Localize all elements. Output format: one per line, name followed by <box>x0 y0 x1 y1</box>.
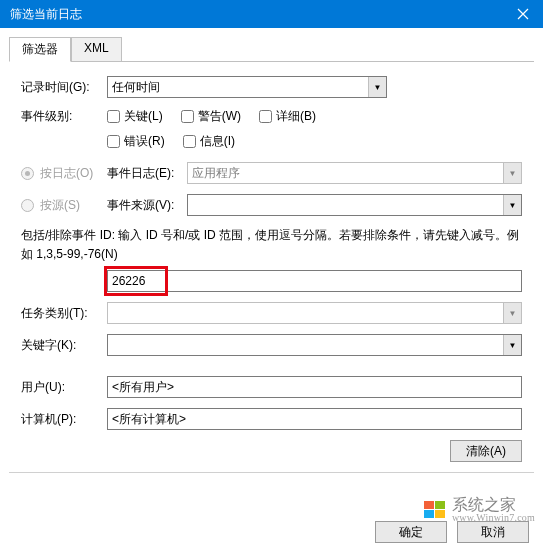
tab-xml[interactable]: XML <box>71 37 122 62</box>
tabs: 筛选器 XML <box>9 36 534 62</box>
warning-label: 警告(W) <box>198 108 241 125</box>
user-value: <所有用户> <box>112 379 174 396</box>
eventsource-label: 事件来源(V): <box>107 197 187 214</box>
info-checkbox[interactable]: 信息(I) <box>183 133 235 150</box>
chevron-down-icon: ▼ <box>503 335 521 355</box>
logged-value: 任何时间 <box>112 79 160 96</box>
ok-button[interactable]: 确定 <box>375 521 447 543</box>
bysource-radio: 按源(S) <box>21 197 107 214</box>
chevron-down-icon: ▼ <box>503 163 521 183</box>
keyword-dropdown[interactable]: ▼ <box>107 334 522 356</box>
title-bar: 筛选当前日志 <box>0 0 543 28</box>
filter-panel: 记录时间(G): 任何时间 ▼ 事件级别: 关键(L) 警告(W) 详细(B) … <box>9 62 534 472</box>
eventlog-dropdown: 应用程序 ▼ <box>187 162 522 184</box>
clear-button[interactable]: 清除(A) <box>450 440 522 462</box>
tab-filter[interactable]: 筛选器 <box>9 37 71 62</box>
chevron-down-icon: ▼ <box>503 195 521 215</box>
id-help-text: 包括/排除事件 ID: 输入 ID 号和/或 ID 范围，使用逗号分隔。若要排除… <box>21 226 522 264</box>
event-id-value: 26226 <box>112 274 145 288</box>
user-label: 用户(U): <box>21 379 107 396</box>
event-id-input[interactable]: 26226 <box>107 270 522 292</box>
critical-checkbox[interactable]: 关键(L) <box>107 108 163 125</box>
task-label: 任务类别(T): <box>21 305 107 322</box>
info-label: 信息(I) <box>200 133 235 150</box>
logged-label: 记录时间(G): <box>21 79 107 96</box>
window-title: 筛选当前日志 <box>10 6 503 23</box>
error-label: 错误(R) <box>124 133 165 150</box>
level-label: 事件级别: <box>21 108 107 125</box>
dialog-buttons: 确定 取消 <box>375 521 529 543</box>
task-dropdown: ▼ <box>107 302 522 324</box>
verbose-checkbox[interactable]: 详细(B) <box>259 108 316 125</box>
eventlog-value: 应用程序 <box>192 165 240 182</box>
verbose-label: 详细(B) <box>276 108 316 125</box>
bysource-label: 按源(S) <box>40 197 80 214</box>
windows-logo-icon <box>424 501 446 519</box>
watermark: 系统之家 www.Winwin7.com <box>424 497 535 523</box>
user-input[interactable]: <所有用户> <box>107 376 522 398</box>
eventsource-dropdown[interactable]: ▼ <box>187 194 522 216</box>
eventlog-label: 事件日志(E): <box>107 165 187 182</box>
error-checkbox[interactable]: 错误(R) <box>107 133 165 150</box>
computer-label: 计算机(P): <box>21 411 107 428</box>
computer-value: <所有计算机> <box>112 411 186 428</box>
close-button[interactable] <box>503 0 543 28</box>
warning-checkbox[interactable]: 警告(W) <box>181 108 241 125</box>
watermark-brand: 系统之家 <box>452 497 535 513</box>
chevron-down-icon: ▼ <box>368 77 386 97</box>
chevron-down-icon: ▼ <box>503 303 521 323</box>
critical-label: 关键(L) <box>124 108 163 125</box>
logged-dropdown[interactable]: 任何时间 ▼ <box>107 76 387 98</box>
bylog-radio: 按日志(O) <box>21 165 107 182</box>
computer-input[interactable]: <所有计算机> <box>107 408 522 430</box>
cancel-button[interactable]: 取消 <box>457 521 529 543</box>
keyword-label: 关键字(K): <box>21 337 107 354</box>
bylog-label: 按日志(O) <box>40 165 93 182</box>
